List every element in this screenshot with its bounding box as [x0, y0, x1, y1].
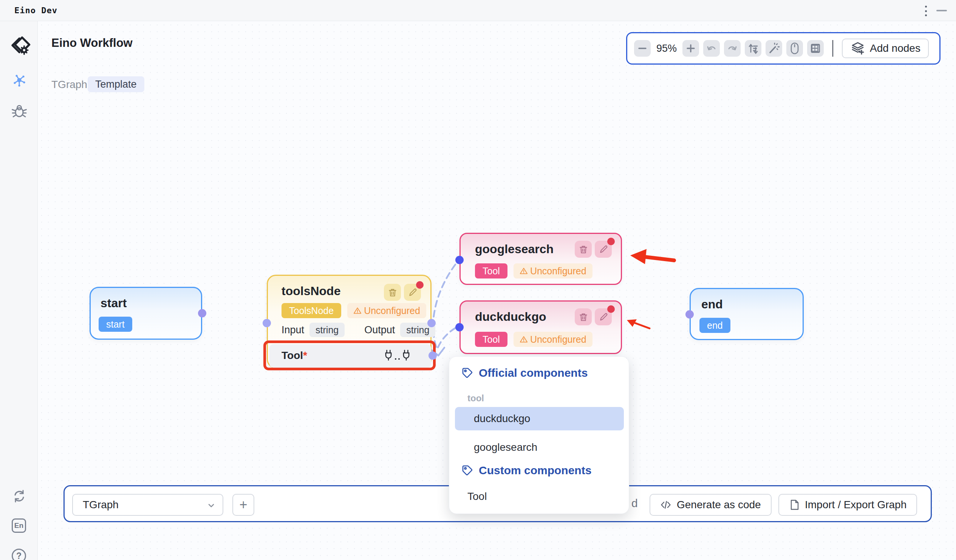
- graph-select[interactable]: TGraph: [72, 494, 223, 516]
- graph-select-value: TGraph: [83, 499, 119, 511]
- undo-button[interactable]: [703, 40, 720, 57]
- plug-icons: [384, 349, 411, 361]
- sidebar: En ?: [0, 21, 38, 560]
- input-type-chip: string: [310, 323, 344, 337]
- node-duckduckgo-title: duckduckgo: [475, 310, 546, 324]
- page-title: Eino Workflow: [51, 36, 133, 50]
- port-start-output[interactable]: [198, 309, 206, 318]
- minimap-button[interactable]: [807, 40, 824, 57]
- tag-icon: [461, 464, 473, 477]
- node-start[interactable]: start start: [90, 287, 202, 340]
- toolbar-divider: [832, 40, 833, 57]
- tool-slot-label: Tool: [281, 349, 303, 361]
- magic-wand-button[interactable]: [766, 40, 782, 57]
- gear-glyph: [20, 46, 28, 54]
- output-label: Output: [364, 324, 395, 336]
- input-label: Input: [281, 324, 304, 336]
- port-tool-slot[interactable]: [429, 351, 437, 360]
- component-item-googlesearch[interactable]: googlesearch: [474, 436, 537, 459]
- category-label: tool: [467, 393, 484, 404]
- sidebar-item-language-icon[interactable]: En: [12, 518, 26, 533]
- port-end-input[interactable]: [686, 310, 694, 319]
- mouse-mode-button[interactable]: [786, 40, 803, 57]
- node-toolsnode-type-badge: ToolsNode: [281, 303, 341, 318]
- zoom-out-button[interactable]: [634, 40, 651, 57]
- eino-logo-icon[interactable]: [9, 35, 31, 56]
- window-titlebar: Eino Dev: [0, 0, 956, 21]
- sidebar-item-workflow-icon[interactable]: [12, 73, 27, 88]
- node-duckduckgo[interactable]: duckduckgo Tool Unconfigured: [459, 300, 622, 354]
- port-toolsnode-input[interactable]: [263, 319, 271, 327]
- generate-as-code-button[interactable]: Generate as code: [649, 494, 772, 516]
- port-toolsnode-output[interactable]: [428, 319, 436, 327]
- add-nodes-label: Add nodes: [870, 42, 920, 54]
- port-duckduckgo[interactable]: [455, 323, 464, 331]
- delete-node-button[interactable]: [384, 284, 401, 301]
- warning-icon: [520, 267, 528, 275]
- graph-type-label: TGraph: [51, 79, 87, 91]
- layers-plus-icon: [850, 41, 865, 56]
- tool-slot-row[interactable]: Tool*: [269, 344, 431, 368]
- warning-icon: [353, 307, 362, 315]
- template-badge: Template: [88, 76, 144, 92]
- component-picker-panel: Official components tool duckduckgo goog…: [449, 356, 629, 514]
- node-googlesearch[interactable]: googlesearch Tool Unconfigured: [459, 233, 622, 285]
- sidebar-item-help-icon[interactable]: ?: [12, 549, 26, 560]
- node-start-badge: start: [99, 317, 132, 332]
- language-label: En: [14, 521, 24, 530]
- node-end-title: end: [701, 297, 723, 311]
- window-minimize-icon[interactable]: [936, 10, 947, 11]
- add-graph-button[interactable]: +: [233, 494, 254, 516]
- redo-button[interactable]: [724, 40, 741, 57]
- official-components-header: Official components: [461, 367, 588, 379]
- edit-node-button[interactable]: [404, 284, 421, 301]
- node-end[interactable]: end end: [690, 288, 804, 340]
- unsaved-indicator-dot: [607, 238, 615, 245]
- help-label: ?: [16, 551, 22, 560]
- node-toolsnode-status-badge: Unconfigured: [347, 303, 426, 318]
- required-marker: *: [303, 349, 307, 361]
- node-duckduckgo-status-badge: Unconfigured: [514, 332, 593, 347]
- node-end-badge: end: [700, 318, 730, 333]
- window-title: Eino Dev: [14, 0, 57, 21]
- node-duckduckgo-type-badge: Tool: [475, 332, 508, 347]
- zoom-level-label: 95%: [655, 43, 678, 54]
- import-export-graph-button[interactable]: Import / Export Graph: [778, 494, 917, 516]
- unsaved-indicator-dot: [416, 281, 424, 289]
- node-start-title: start: [101, 296, 127, 310]
- node-googlesearch-type-badge: Tool: [475, 263, 508, 278]
- edit-node-button[interactable]: [595, 241, 612, 258]
- view-toolbar: 95%: [626, 32, 940, 64]
- edit-node-button[interactable]: [595, 308, 612, 326]
- tag-icon: [461, 367, 473, 379]
- zoom-in-button[interactable]: [682, 40, 699, 57]
- component-item-duckduckgo[interactable]: duckduckgo: [455, 407, 624, 430]
- port-googlesearch[interactable]: [455, 256, 464, 264]
- file-icon: [789, 499, 800, 511]
- node-googlesearch-status-badge: Unconfigured: [514, 263, 593, 278]
- node-googlesearch-title: googlesearch: [475, 242, 553, 256]
- delete-node-button[interactable]: [575, 308, 592, 326]
- node-toolsnode[interactable]: toolsNode ToolsNode Unconfigured Input s…: [267, 275, 431, 368]
- component-item-tool[interactable]: Tool: [467, 485, 487, 508]
- plug-icon: [384, 349, 393, 361]
- window-menu-kebab-icon[interactable]: [923, 6, 929, 16]
- plug-icon: [402, 349, 411, 361]
- node-toolsnode-title: toolsNode: [281, 284, 340, 298]
- app-window: Eino Dev: [0, 0, 956, 560]
- sidebar-item-debug-icon[interactable]: [11, 103, 27, 119]
- code-icon: [660, 499, 671, 511]
- add-nodes-button[interactable]: Add nodes: [842, 39, 929, 58]
- clipped-text-fragment: d: [631, 497, 638, 510]
- auto-layout-button[interactable]: [745, 40, 761, 57]
- sidebar-item-refresh-icon[interactable]: [12, 489, 27, 504]
- warning-icon: [520, 335, 528, 343]
- chevron-down-icon: [207, 501, 216, 510]
- custom-components-header: Custom components: [461, 464, 591, 477]
- delete-node-button[interactable]: [575, 241, 592, 258]
- unsaved-indicator-dot: [607, 305, 615, 313]
